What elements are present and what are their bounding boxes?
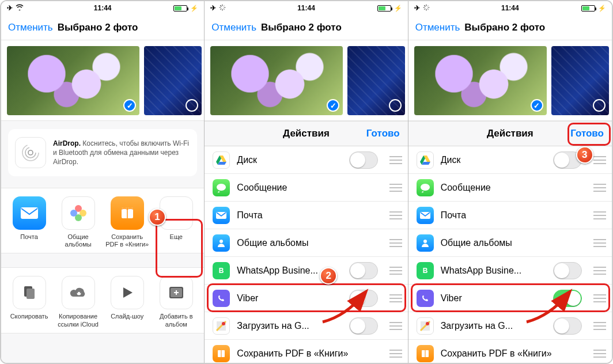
action-label: Почта <box>441 210 466 221</box>
action-item-mail[interactable]: Почта <box>205 202 407 229</box>
action-item-messages[interactable]: Сообщение <box>408 174 612 202</box>
action-item-google-upload[interactable]: Загрузить на G... <box>205 312 407 340</box>
share-app-shared-albums[interactable]: Общие альбомы <box>56 196 101 248</box>
done-button[interactable]: Готово <box>366 128 400 139</box>
action-copy[interactable]: Скопировать <box>7 276 52 328</box>
toggle-whatsapp-business[interactable] <box>553 262 582 279</box>
action-item-viber[interactable]: Viber <box>408 285 612 312</box>
selected-check-icon[interactable] <box>123 99 136 112</box>
share-actions-row[interactable]: Скопировать Копирование ссылки iCloud Сл… <box>1 267 204 333</box>
drag-handle-icon[interactable] <box>593 184 606 192</box>
drag-handle-icon[interactable] <box>593 156 606 164</box>
toggle-whatsapp-business[interactable] <box>349 262 378 279</box>
actions-title: Действия <box>283 128 330 139</box>
share-app-more[interactable]: ••• Еще <box>154 196 199 248</box>
drag-handle-icon[interactable] <box>593 294 606 302</box>
action-item-shared-albums[interactable]: Общие альбомы <box>408 229 612 257</box>
unselected-check-icon[interactable] <box>593 99 606 112</box>
action-item-save-pdf-books[interactable]: Сохранить PDF в «Книги» <box>205 340 407 363</box>
share-app-mail[interactable]: Почта <box>7 196 52 248</box>
drag-handle-icon[interactable] <box>593 239 606 247</box>
charging-icon: ⚡ <box>394 5 402 12</box>
cancel-button[interactable]: Отменить <box>415 22 460 33</box>
toggle-viber[interactable] <box>349 290 378 307</box>
toggle-viber[interactable] <box>553 290 582 307</box>
photo-thumbnail-1[interactable] <box>7 46 139 115</box>
drag-handle-icon[interactable] <box>389 239 402 247</box>
action-label: Загрузить на G... <box>441 321 513 331</box>
share-apps-row[interactable]: Почта Общие альбомы Сохранить PDF в <box>1 188 204 253</box>
action-item-messages[interactable]: Сообщение <box>205 174 407 202</box>
share-app-label: Почта <box>20 233 38 248</box>
action-icloud-link[interactable]: Копирование ссылки iCloud <box>56 276 101 328</box>
photo-strip[interactable] <box>205 40 407 121</box>
action-item-viber[interactable]: Viber <box>205 285 407 312</box>
photo-thumbnail-2[interactable] <box>144 46 202 115</box>
drag-handle-icon[interactable] <box>593 267 606 275</box>
action-slideshow[interactable]: Слайд-шоу <box>105 276 150 328</box>
drag-handle-icon[interactable] <box>389 267 402 275</box>
books-icon <box>417 345 434 362</box>
action-item-drive[interactable]: Диск <box>408 146 612 174</box>
action-add-to-album[interactable]: Добавить в альбом <box>154 276 199 328</box>
books-icon <box>111 196 144 230</box>
books-icon <box>213 345 230 362</box>
drag-handle-icon[interactable] <box>389 211 402 219</box>
airdrop-card[interactable]: AirDrop. Коснитесь, чтобы включить Wi-Fi… <box>8 129 197 176</box>
flowers-image <box>414 46 547 115</box>
svg-line-33 <box>427 9 429 10</box>
drag-handle-icon[interactable] <box>389 184 402 192</box>
drag-handle-icon[interactable] <box>389 350 402 358</box>
action-item-save-pdf-books[interactable]: Сохранить PDF в «Книги» <box>408 340 612 363</box>
navbar: Отменить Выбрано 2 фото <box>205 15 407 40</box>
toggle-drive[interactable] <box>349 151 378 169</box>
navbar: Отменить Выбрано 2 фото <box>408 15 612 40</box>
drag-handle-icon[interactable] <box>389 322 402 330</box>
photo-strip[interactable] <box>408 40 612 121</box>
svg-text:B: B <box>422 267 427 275</box>
airplane-icon: ✈ <box>210 4 216 12</box>
share-app-save-pdf-books[interactable]: Сохранить PDF в «Книги» <box>105 196 150 248</box>
toggle-drive[interactable] <box>553 151 582 169</box>
actions-list[interactable]: Диск Сообщение Почта Общие альбомы <box>205 146 407 363</box>
action-label: Диск <box>237 155 257 165</box>
flowers-image <box>210 46 343 115</box>
drag-handle-icon[interactable] <box>593 350 606 358</box>
toggle-google-upload[interactable] <box>349 317 378 335</box>
photo-thumbnail-1[interactable] <box>414 46 547 115</box>
toggle-google-upload[interactable] <box>553 317 582 335</box>
loading-spinner-icon <box>423 4 430 13</box>
photo-thumbnail-2[interactable] <box>551 46 609 115</box>
action-item-mail[interactable]: Почта <box>408 202 612 229</box>
action-item-drive[interactable]: Диск <box>205 146 407 174</box>
drag-handle-icon[interactable] <box>389 294 402 302</box>
cancel-button[interactable]: Отменить <box>211 22 256 33</box>
action-item-whatsapp-business[interactable]: B WhatsApp Busine... <box>205 257 407 285</box>
action-item-google-upload[interactable]: Загрузить на G... <box>408 312 612 340</box>
action-label: Скопировать <box>10 313 48 328</box>
action-item-whatsapp-business[interactable]: B WhatsApp Busine... <box>408 257 612 285</box>
action-item-shared-albums[interactable]: Общие альбомы <box>205 229 407 257</box>
unselected-check-icon[interactable] <box>186 99 198 112</box>
whatsapp-business-icon: B <box>417 262 434 279</box>
drag-handle-icon[interactable] <box>593 322 606 330</box>
photo-strip[interactable] <box>1 40 204 121</box>
shared-albums-icon <box>417 234 434 252</box>
viber-icon <box>417 290 434 307</box>
google-drive-icon <box>213 151 230 169</box>
photo-thumbnail-2[interactable] <box>347 46 405 115</box>
svg-line-35 <box>427 5 429 6</box>
action-label: Копирование ссылки iCloud <box>56 313 101 328</box>
charging-icon: ⚡ <box>190 5 198 12</box>
selected-check-icon[interactable] <box>531 99 543 112</box>
statusbar-time: 11:44 <box>297 4 315 12</box>
cancel-button[interactable]: Отменить <box>8 22 53 33</box>
done-button[interactable]: Готово <box>570 128 604 139</box>
drag-handle-icon[interactable] <box>593 211 606 219</box>
svg-point-40 <box>426 322 429 325</box>
google-drive-icon <box>417 151 434 169</box>
actions-list[interactable]: Диск Сообщение Почта Общие альбомы <box>408 146 612 363</box>
drag-handle-icon[interactable] <box>389 156 402 164</box>
photo-thumbnail-1[interactable] <box>210 46 343 115</box>
statusbar-time: 11:44 <box>501 4 519 12</box>
